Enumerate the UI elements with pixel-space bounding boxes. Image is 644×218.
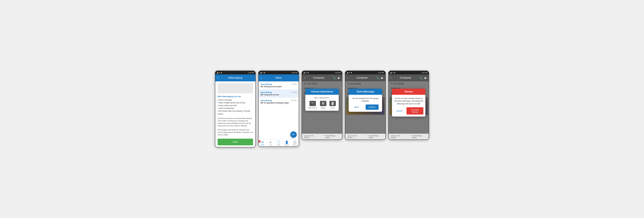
inbox-item-1[interactable]: Suzy Bishop 3:13 AM RE: Sunday brunch pl… bbox=[258, 81, 299, 90]
screen1-content: With eMessaging you can: Send a message … bbox=[215, 81, 256, 147]
header-1: ‹ eMessaging bbox=[215, 74, 256, 81]
send-icon-5[interactable]: ▶ bbox=[425, 76, 427, 79]
nav-inmates[interactable]: 👤 Inmates bbox=[283, 141, 291, 146]
stamps-used: 5 bbox=[364, 97, 364, 99]
ecard-label: eCard bbox=[330, 107, 335, 109]
take-picture-option[interactable]: 📷 Take Picture bbox=[308, 101, 317, 109]
stamp-count-5: Using 4 of 20 Stamps bbox=[391, 135, 406, 138]
modal-body-4: You are using 5 out of 20 stamps availab… bbox=[348, 95, 382, 103]
banner-image bbox=[218, 83, 253, 93]
feature-2: Attach multiple photos and eCards bbox=[218, 101, 253, 104]
ecard-option[interactable]: 🃏 eCard bbox=[330, 101, 336, 109]
status-bar-1: ▾ ▮ 1:45 PM bbox=[215, 71, 256, 74]
back-button-1[interactable]: ‹ bbox=[217, 76, 218, 80]
signal-icon-2 bbox=[260, 72, 262, 73]
feature-5: Get inmate reply if you prepay or transf… bbox=[218, 110, 253, 115]
sender-1: Suzy Bishop bbox=[261, 83, 272, 85]
back-button-modal-4[interactable]: Back bbox=[352, 104, 361, 110]
compose-fab[interactable]: ✏ bbox=[290, 131, 297, 138]
wifi-icon-2: ▾ bbox=[262, 72, 264, 74]
reply-stamp-checkbox-5[interactable] bbox=[408, 136, 410, 138]
wifi-icon-1: ▾ bbox=[219, 72, 220, 74]
reply-stamp-label-3: Provide Reply Stamp bbox=[325, 135, 340, 138]
attachment-icon-5[interactable]: 📎 bbox=[420, 76, 423, 79]
signal-icon-5 bbox=[390, 72, 392, 73]
attachment-icon-3[interactable]: 📎 bbox=[333, 76, 336, 79]
subject-3: RE: It's grandma's birthday today! bbox=[261, 102, 297, 104]
modal-actions-5: Cancel Purchase Stamps bbox=[392, 106, 426, 117]
stamp-count-3: Using 1 of 20 Stamps bbox=[304, 135, 319, 138]
wifi-icon-5: ▾ bbox=[392, 72, 394, 74]
max-attachments-text: Max 5 attachments. bbox=[307, 97, 337, 99]
nav-draft[interactable]: 📄 Draft bbox=[274, 141, 282, 146]
sent-nav-icon: ➤ bbox=[269, 141, 272, 144]
battery-icon-2: ▮ bbox=[264, 72, 265, 73]
draft-nav-icon: 📄 bbox=[277, 141, 280, 144]
stamps-modal: Stamps You do not have enough stamps to … bbox=[392, 89, 426, 117]
time-5: 1:45 PM bbox=[421, 72, 427, 73]
attachment-icons: 📷 Take Picture 🖼 Gallery 🃏 eCard bbox=[307, 101, 337, 109]
header-icons-3: 📎 ▶ bbox=[333, 76, 340, 79]
features-list: Send a message Attach multiple photos an… bbox=[218, 99, 253, 115]
stamps-total: 20 bbox=[370, 97, 372, 99]
stamp-bar-5: Using 4 of 20 Stamps Provide Reply Stamp bbox=[388, 134, 429, 140]
reply-stamp-checkbox-3[interactable] bbox=[322, 136, 324, 138]
inbox-list: Suzy Bishop 3:13 AM RE: Sunday brunch pl… bbox=[258, 81, 299, 140]
reply-stamp-checkbox-4[interactable] bbox=[365, 136, 367, 138]
send-icon-4[interactable]: ▶ bbox=[381, 76, 383, 79]
header-title-1: eMessaging bbox=[220, 76, 250, 79]
inmates-nav-icon: 👤 bbox=[285, 141, 288, 144]
nav-stamps[interactable]: ⬜ Stamps bbox=[291, 141, 299, 146]
purchase-stamps-button[interactable]: Purchase Stamps bbox=[406, 107, 423, 115]
confirm-button-4[interactable]: Confirm bbox=[366, 104, 378, 110]
back-button-2[interactable]: ‹ bbox=[261, 76, 262, 80]
cancel-button-5[interactable]: Cancel bbox=[394, 107, 405, 115]
paragraph-2: All messages and media are reviewed and … bbox=[218, 129, 253, 136]
header-4: ‹ Compose 📎 ▶ bbox=[345, 74, 386, 81]
nav-inbox-label: Inbox bbox=[261, 144, 264, 146]
feature-3: Snap a photo and send bbox=[218, 104, 253, 107]
modal-actions-4: Back Confirm bbox=[348, 103, 382, 112]
battery-icon-4: ▮ bbox=[351, 72, 352, 73]
stamp-bar-4: Using 5 of 20 Stamps Provide Reply Stamp bbox=[345, 134, 386, 140]
stamp-bar-3: Using 1 of 20 Stamps Provide Reply Stamp bbox=[302, 134, 342, 140]
camera-icon: 📷 bbox=[310, 101, 316, 106]
stamps-nav-icon: ⬜ bbox=[293, 141, 296, 144]
nav-sent[interactable]: ➤ Sent bbox=[266, 141, 274, 146]
nav-draft-label: Draft bbox=[277, 144, 280, 146]
status-bar-3: ▾ ▮ 1:45 PM bbox=[302, 71, 342, 74]
next-button[interactable]: Next bbox=[218, 139, 253, 145]
nav-inbox[interactable]: ✉ 2 Inbox bbox=[258, 141, 266, 146]
status-bar-4: ▾ ▮ 1:45 PM bbox=[345, 71, 386, 74]
status-bar-2: ▾ ▮ 1:45 PM bbox=[258, 71, 299, 74]
sender-3: Suzy Bishop bbox=[261, 99, 272, 102]
time-4: 1:45 PM bbox=[378, 72, 384, 73]
gallery-label: Gallery bbox=[321, 107, 326, 109]
modal-header-3: Choose Attachment bbox=[305, 89, 339, 95]
subject-2: RE: Long time no see! bbox=[261, 94, 297, 96]
attachment-icon-4[interactable]: 📎 bbox=[376, 76, 379, 79]
battery-icon-3: ▮ bbox=[308, 72, 308, 73]
battery-icon-1: ▮ bbox=[221, 72, 222, 73]
signal-icon-3 bbox=[304, 72, 305, 73]
inbox-item-2[interactable]: Suzy Bishop 1:27 AM RE: Long time no see… bbox=[258, 90, 299, 98]
signal-icon-1 bbox=[217, 72, 218, 73]
screen4-phone: ▾ ▮ 1:45 PM ‹ Compose 📎 ▶ To: Suzy Bisho… bbox=[345, 71, 386, 140]
screen2-phone: ▾ ▮ 1:45 PM ‹ Inbox Suzy Bishop 3:13 AM … bbox=[258, 71, 299, 147]
gallery-option[interactable]: 🖼 Gallery bbox=[320, 101, 326, 109]
time-item-1: 3:13 AM bbox=[291, 83, 297, 85]
screen3-phone: ▾ ▮ 1:45 PM ‹ Compose 📎 ▶ To: Suzy Bisho… bbox=[302, 71, 342, 140]
time-3: 1:45 PM bbox=[335, 72, 340, 73]
inbox-item-3[interactable]: Suzy Bishop 12:15 AM RE: It's grandma's … bbox=[258, 98, 299, 106]
wifi-icon-3: ▾ bbox=[306, 72, 307, 74]
modal-header-5: Stamps bbox=[392, 89, 426, 95]
modal-overlay-5: Stamps You do not have enough stamps to … bbox=[388, 81, 429, 140]
take-picture-label: Take Picture bbox=[308, 107, 317, 109]
subject-1: RE: Sunday brunch plans bbox=[261, 86, 297, 88]
screens-container: ▾ ▮ 1:45 PM ‹ eMessaging With eMessaging… bbox=[215, 71, 429, 148]
header-5: ‹ Compose 📎 ▶ bbox=[388, 74, 429, 81]
send-icon-3[interactable]: ▶ bbox=[338, 76, 340, 79]
sender-2: Suzy Bishop bbox=[261, 91, 272, 93]
header-icons-4: 📎 ▶ bbox=[376, 76, 383, 79]
nav-sent-label: Sent bbox=[269, 144, 272, 146]
